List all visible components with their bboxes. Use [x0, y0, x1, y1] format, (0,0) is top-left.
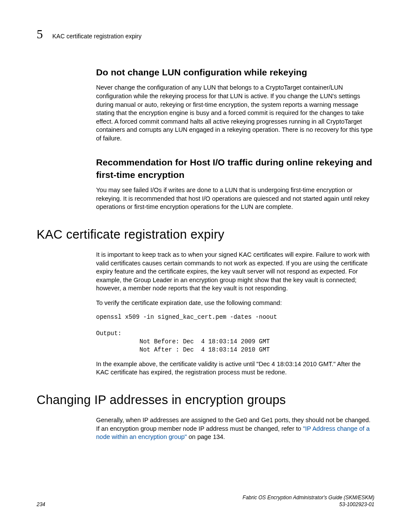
footer-doc-id: 53-1002923-01	[243, 501, 374, 508]
body-paragraph: In the example above, the certificate va…	[96, 360, 374, 377]
section-heading-kac-expiry: KAC certificate registration expiry	[37, 226, 374, 243]
section-heading-changing-ip: Changing IP addresses in encryption grou…	[37, 392, 374, 408]
text-run: on page 134.	[187, 433, 225, 440]
subsection-heading-host-io: Recommendation for Host I/O traffic duri…	[96, 156, 374, 181]
body-paragraph: Never change the configuration of any LU…	[96, 84, 374, 143]
body-paragraph: Generally, when IP addresses are assigne…	[96, 416, 374, 442]
chapter-number: 5	[37, 26, 43, 43]
running-header: 5 KAC certificate registration expiry	[37, 26, 374, 43]
code-block: openssl x509 -in signed_kac_cert.pem -da…	[96, 313, 374, 354]
body-paragraph: You may see failed I/Os if writes are do…	[96, 186, 374, 212]
body-paragraph: It is important to keep track as to when…	[96, 251, 374, 293]
running-title: KAC certificate registration expiry	[53, 32, 142, 40]
page-number: 234	[37, 501, 45, 508]
page-footer: 234 Fabric OS Encryption Administrator's…	[37, 494, 374, 508]
subsection-heading-lun-config: Do not change LUN configuration while re…	[96, 66, 374, 78]
body-paragraph: To verify the certificate expiration dat…	[96, 299, 374, 308]
footer-doc-title: Fabric OS Encryption Administrator's Gui…	[243, 494, 374, 501]
